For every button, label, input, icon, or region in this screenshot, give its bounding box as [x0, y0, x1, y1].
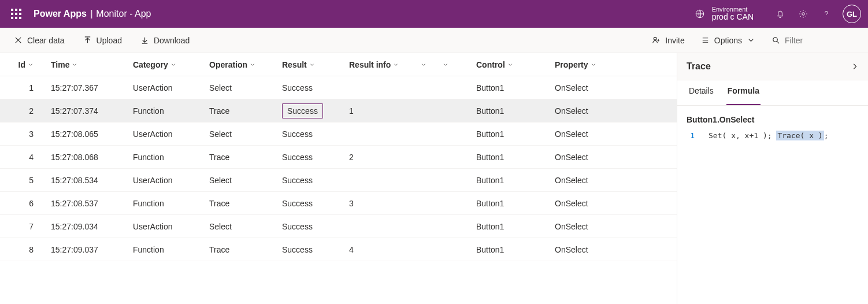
clear-data-label: Clear data: [27, 36, 65, 45]
panel-header: Trace: [677, 53, 868, 80]
cell-operation: Select: [203, 222, 276, 231]
cell-category: Function: [127, 245, 203, 254]
cell-time: 15:27:08.537: [45, 199, 127, 208]
col-time[interactable]: Time: [45, 60, 127, 69]
cell-result-info: 3: [343, 199, 415, 208]
chevron-down-icon: [507, 62, 513, 68]
environment-picker[interactable]: Environment prod c CAN: [695, 6, 754, 21]
col-control[interactable]: Control: [470, 60, 549, 69]
download-button[interactable]: Download: [132, 28, 198, 53]
table-row[interactable]: 315:27:08.065UserActionSelectSuccessButt…: [0, 123, 677, 146]
filter-input[interactable]: [785, 35, 854, 46]
cell-result: Success: [276, 129, 343, 139]
table-row[interactable]: 615:27:08.537FunctionTraceSuccess3Button…: [0, 192, 677, 215]
tab-formula[interactable]: Formula: [721, 80, 766, 105]
globe-icon: [695, 9, 705, 19]
cell-operation: Select: [203, 83, 276, 92]
col-result[interactable]: Result: [276, 60, 343, 69]
cell-category: UserAction: [127, 83, 203, 92]
cell-time: 15:27:08.534: [45, 176, 127, 185]
cell-id: 3: [0, 129, 45, 139]
cell-property: OnSelect: [549, 199, 647, 208]
cell-result: Success: [276, 103, 343, 118]
cell-result: Success: [276, 222, 343, 231]
table-row[interactable]: 515:27:08.534UserActionSelectSuccessButt…: [0, 169, 677, 192]
filter-control[interactable]: [763, 28, 862, 53]
cell-result: Success: [276, 153, 343, 162]
chevron-down-icon: [443, 62, 448, 68]
bell-icon: [775, 9, 785, 19]
cell-property: OnSelect: [549, 245, 647, 254]
chevron-down-icon: [393, 62, 399, 68]
brand-name: Power Apps: [34, 9, 87, 19]
upload-button[interactable]: Upload: [75, 28, 130, 53]
col-time-label: Time: [51, 60, 69, 69]
cell-control: Button1: [470, 245, 549, 254]
cell-category: Function: [127, 153, 203, 162]
cell-operation: Trace: [203, 106, 276, 116]
cell-control: Button1: [470, 199, 549, 208]
col-property-label: Property: [555, 60, 588, 69]
cell-result: Success: [276, 176, 343, 185]
col-id[interactable]: Id: [0, 60, 45, 69]
chevron-right-icon[interactable]: [851, 62, 859, 71]
chevron-down-icon: [72, 62, 77, 68]
download-icon: [140, 36, 149, 45]
cell-property: OnSelect: [549, 129, 647, 139]
cell-result-info: 1: [343, 106, 415, 116]
cell-control: Button1: [470, 106, 549, 116]
panel-tabs: Details Formula: [677, 80, 868, 106]
cell-operation: Select: [203, 129, 276, 139]
table-row[interactable]: 115:27:07.367UserActionSelectSuccessButt…: [0, 76, 677, 99]
tab-details-label: Details: [689, 86, 714, 95]
settings-button[interactable]: [792, 0, 815, 28]
svg-point-2: [654, 37, 657, 40]
col-operation[interactable]: Operation: [203, 60, 276, 69]
options-button[interactable]: Options: [693, 28, 763, 53]
col-id-label: Id: [18, 60, 25, 69]
app-title: Power Apps | Monitor - App: [34, 9, 151, 19]
cell-id: 4: [0, 153, 45, 162]
download-label: Download: [154, 36, 190, 45]
formula-code: Set( x, x+1 ); Trace( x );: [709, 131, 829, 140]
result-highlight: Success: [282, 103, 323, 118]
col-property[interactable]: Property: [549, 60, 647, 69]
user-avatar[interactable]: GL: [843, 5, 861, 23]
clear-data-button[interactable]: Clear data: [6, 28, 73, 53]
cell-control: Button1: [470, 83, 549, 92]
cell-id: 5: [0, 176, 45, 185]
cell-result-info: 4: [343, 245, 415, 254]
formula-line-no: 1: [687, 131, 695, 140]
grid-body: 115:27:07.367UserActionSelectSuccessButt…: [0, 76, 677, 261]
cell-property: OnSelect: [549, 106, 647, 116]
invite-button[interactable]: Invite: [644, 28, 692, 53]
help-button[interactable]: [815, 0, 838, 28]
table-row[interactable]: 215:27:07.374FunctionTraceSuccess1Button…: [0, 99, 677, 123]
cell-id: 2: [0, 106, 45, 116]
notifications-button[interactable]: [769, 0, 792, 28]
cell-id: 7: [0, 222, 45, 231]
tab-details[interactable]: Details: [682, 80, 721, 105]
waffle-icon: [11, 9, 21, 19]
cell-control: Button1: [470, 129, 549, 139]
table-row[interactable]: 715:27:09.034UserActionSelectSuccessButt…: [0, 215, 677, 238]
help-icon: [821, 9, 832, 19]
cell-property: OnSelect: [549, 153, 647, 162]
table-row[interactable]: 415:27:08.068FunctionTraceSuccess2Button…: [0, 146, 677, 169]
col-category[interactable]: Category: [127, 60, 203, 69]
environment-label: Environment: [712, 6, 754, 13]
app-launcher-button[interactable]: [7, 5, 25, 23]
table-row[interactable]: 815:27:09.037FunctionTraceSuccess4Button…: [0, 238, 677, 261]
invite-label: Invite: [665, 36, 684, 45]
col-result-info[interactable]: Result info: [343, 60, 415, 69]
chevron-down-icon: [28, 62, 34, 68]
col-blank-2[interactable]: [437, 62, 470, 68]
col-operation-label: Operation: [209, 60, 247, 69]
command-bar: Clear data Upload Download Invite Option…: [0, 28, 868, 53]
col-blank-1[interactable]: [415, 62, 437, 68]
chevron-down-icon: [309, 62, 315, 68]
events-grid: Id Time Category Operation Result Result…: [0, 53, 677, 304]
user-initials: GL: [847, 10, 857, 18]
cell-property: OnSelect: [549, 176, 647, 185]
cell-time: 15:27:08.068: [45, 153, 127, 162]
